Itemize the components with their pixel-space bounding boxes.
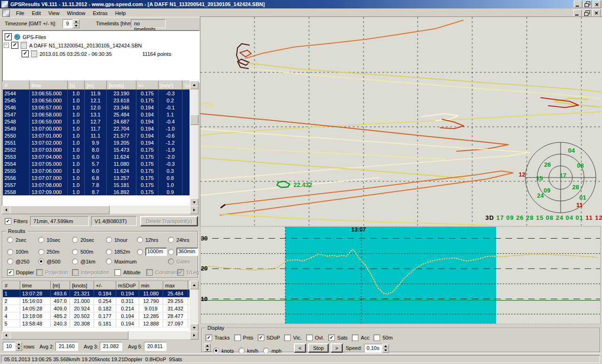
table-row[interactable]: 254713:06:58.0001.013.125.4840.1941.190.… [3,111,191,118]
option-pnts[interactable]: Pnts [234,334,253,341]
table-row[interactable]: 254913:07:00.0001.011.722.7040.194-1.090… [3,125,191,132]
table-row[interactable]: 413:18:08485.220.5020.1770.19412.28528.4… [3,312,190,320]
checkbox-altitude[interactable] [114,269,121,276]
option-tracks[interactable]: ✓Tracks [206,334,230,341]
option-20sec[interactable]: 20sec [72,237,106,243]
option--1km[interactable]: @1km [72,258,106,264]
root-checkbox[interactable]: ✓ [5,33,12,40]
timezone-input[interactable]: 9 [63,19,72,28]
radio-500m[interactable] [72,249,78,255]
minimize-button[interactable] [574,0,582,8]
column-header[interactable]: [m/s²] [158,82,182,90]
option-1hour[interactable]: 1hour [106,237,137,243]
speed-up-icon[interactable] [382,344,389,349]
delete-trackpoints-button[interactable]: Delete Trackpoint(s) [140,216,198,226]
option-12hrs[interactable]: 12hrs [137,237,168,243]
checkbox-sats[interactable]: ✓ [328,334,335,341]
filters-checkbox[interactable]: ✓ [5,218,11,225]
option-360min[interactable]: 360min [168,248,197,256]
table-row[interactable]: 113:07:28493.621.3210.1840.19411.08025.4… [3,290,190,297]
option-1000m[interactable]: 1000m [137,248,168,256]
menu-window[interactable]: Window [63,9,89,17]
checkbox-1-leg[interactable]: ✓ [177,269,184,276]
radio-1hour[interactable] [106,237,112,243]
checkbox-vic-[interactable] [284,334,291,341]
track-map[interactable]: 0426081217150928240111 22.432 3D 17 09 2… [200,16,602,226]
column-header[interactable]: +/- [136,82,158,90]
column-header[interactable]: +/- [94,282,116,290]
rows-input[interactable]: 10 [3,342,15,351]
tree-session[interactable]: ✓ 2013.01.05 03:25:02 - 06:30:35 11164 p… [22,50,171,57]
column-header[interactable]: [m] [51,282,70,290]
checkbox-50m[interactable] [373,334,380,341]
table-row[interactable]: 254513:06:56.0001.012.123.6180.1750.290.… [3,97,191,104]
option-250m[interactable]: 250m [38,249,72,255]
scroll-thumb[interactable] [190,115,198,125]
checkbox-interpolation[interactable] [72,269,79,276]
radio-24hrs[interactable] [168,237,174,243]
speed-down-icon[interactable] [382,349,389,353]
checkbox-ovl-[interactable] [306,334,313,341]
column-header[interactable]: # [3,282,20,290]
option-1852m[interactable]: 1852m [106,249,137,255]
checkbox-tracks[interactable]: ✓ [206,334,212,341]
column-header[interactable]: [knots] [107,82,136,90]
filters-toggle[interactable]: ✓ Filters [5,218,28,225]
mdi-restore-button[interactable] [583,9,591,17]
table-row[interactable]: 254613:06:57.0001.012.023.3460.194-0.190… [3,104,191,111]
mdi-close-button[interactable] [592,9,601,17]
trackpoint-table[interactable]: #time[s][m][knots]+/-[m/s²]SatsHDoP25441… [2,81,190,195]
scroll-right-icon[interactable] [190,331,198,340]
radio-2sec[interactable] [7,237,13,243]
scroll-right-icon[interactable] [190,206,198,214]
input-360min[interactable]: 360min [176,248,198,256]
mdi-minimize-button[interactable] [573,9,582,17]
radio--1km[interactable] [72,258,78,264]
option-altitude[interactable]: Altitude [114,269,146,276]
timezone-down-icon[interactable] [73,24,79,29]
rows-up-icon[interactable] [16,342,22,347]
column-header[interactable]: [knots] [70,282,94,290]
option-ovl-[interactable]: Ovl. [306,334,325,341]
radio-1000m[interactable] [137,249,143,255]
checkbox-doppler[interactable]: ✓ [7,269,14,276]
table-row[interactable]: 255813:07:09.0001.08.716.8920.1750.990.8 [3,188,191,195]
option-24hrs[interactable]: 24hrs [168,237,196,243]
scroll-thumb[interactable] [10,206,110,214]
checkbox-constrain[interactable] [146,269,153,276]
column-header[interactable]: mSDoP [116,282,139,290]
mdi-document-icon[interactable] [2,9,10,17]
column-header[interactable]: [m] [85,82,107,90]
session-checkbox[interactable]: ✓ [22,50,29,57]
radio-maximum[interactable] [106,258,112,264]
table-row[interactable]: 254413:06:55.0001.011.923.1900.175-0.390… [3,90,191,97]
option-2sec[interactable]: 2sec [7,237,38,243]
radio-12hrs[interactable] [137,237,143,243]
column-header[interactable]: time [20,282,51,290]
radio-250m[interactable] [38,249,44,255]
speed-graph[interactable]: 302010 13:07 [200,226,602,325]
table-row[interactable]: 255313:07:04.0001.06.011.6240.175-2.090.… [3,153,191,160]
radio-10sec[interactable] [38,237,44,243]
table-row[interactable]: 255413:07:05.0001.05.711.0800.175-0.390.… [3,160,191,167]
option-maximum[interactable]: Maximum [106,258,168,264]
column-header[interactable]: max [163,282,188,290]
checkbox-sdop[interactable]: ✓ [258,334,264,341]
radio-20sec[interactable] [72,237,78,243]
option--250[interactable]: @250 [7,258,38,264]
radio-360min[interactable] [168,249,174,255]
checkbox-pnts[interactable] [234,334,241,341]
table-row[interactable]: 255213:07:03.0001.08.015.4730.175-1.990.… [3,146,191,153]
menu-extras[interactable]: Extras [89,9,111,17]
tree-root[interactable]: ✓ GPS-Files [5,33,46,40]
restore-button[interactable] [583,0,592,8]
rows-down-icon[interactable] [16,347,22,351]
zoom-down-icon[interactable] [204,348,211,352]
results-hscrollbar[interactable] [2,331,198,339]
stop-button[interactable]: Stop [308,343,329,353]
table-row[interactable]: 255113:07:02.0001.09.919.2050.194-1.290.… [3,139,191,146]
option-interpolation[interactable]: Interpolation [72,269,114,276]
table-row[interactable]: 513:58:48240.320.3080.1810.19412.88827.0… [3,320,190,327]
tree-file[interactable]: − ✓ A DAFF N1_113200541_20130105_142424.… [4,42,142,49]
timezone-up-icon[interactable] [73,19,79,24]
